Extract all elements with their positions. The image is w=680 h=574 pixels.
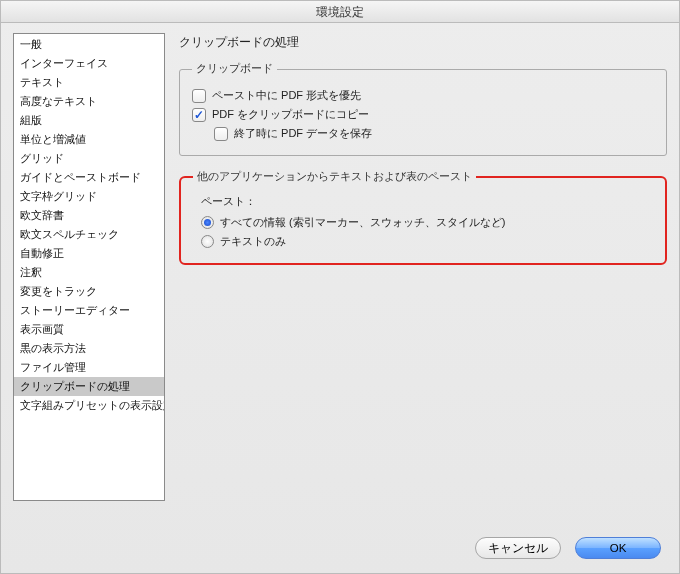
sidebar-item[interactable]: 一般 xyxy=(14,35,164,54)
main-panel: クリップボードの処理 クリップボード ペースト中に PDF 形式を優先 PDF … xyxy=(179,33,667,519)
copy-pdf-label: PDF をクリップボードにコピー xyxy=(212,107,369,122)
sidebar-item[interactable]: テキスト xyxy=(14,73,164,92)
dialog-title: 環境設定 xyxy=(1,1,679,23)
sidebar-item[interactable]: 文字枠グリッド xyxy=(14,187,164,206)
sidebar-item[interactable]: ガイドとペーストボード xyxy=(14,168,164,187)
sidebar-item[interactable]: インターフェイス xyxy=(14,54,164,73)
dialog-body: 一般インターフェイステキスト高度なテキスト組版単位と増減値グリッドガイドとペース… xyxy=(1,23,679,523)
prefer-pdf-checkbox[interactable] xyxy=(192,89,206,103)
category-sidebar: 一般インターフェイステキスト高度なテキスト組版単位と増減値グリッドガイドとペース… xyxy=(13,33,165,501)
paste-other-apps-group: 他のアプリケーションからテキストおよび表のペースト ペースト： すべての情報 (… xyxy=(179,170,667,265)
sidebar-item[interactable]: 黒の表示方法 xyxy=(14,339,164,358)
copy-pdf-checkbox[interactable] xyxy=(192,108,206,122)
cancel-button[interactable]: キャンセル xyxy=(475,537,561,559)
sidebar-item[interactable]: クリップボードの処理 xyxy=(14,377,164,396)
sidebar-item[interactable]: ファイル管理 xyxy=(14,358,164,377)
sidebar-item[interactable]: 変更をトラック xyxy=(14,282,164,301)
prefer-pdf-label: ペースト中に PDF 形式を優先 xyxy=(212,88,361,103)
paste-label: ペースト： xyxy=(201,194,653,209)
sidebar-item[interactable]: 表示画質 xyxy=(14,320,164,339)
preserve-pdf-row[interactable]: 終了時に PDF データを保存 xyxy=(214,126,654,141)
dialog-footer: キャンセル OK xyxy=(1,523,679,573)
sidebar-item[interactable]: 単位と増減値 xyxy=(14,130,164,149)
paste-all-row[interactable]: すべての情報 (索引マーカー、スウォッチ、スタイルなど) xyxy=(201,215,653,230)
sidebar-item[interactable]: 自動修正 xyxy=(14,244,164,263)
sidebar-item[interactable]: 組版 xyxy=(14,111,164,130)
panel-heading: クリップボードの処理 xyxy=(179,35,667,50)
sidebar-item[interactable]: ストーリーエディター xyxy=(14,301,164,320)
clipboard-legend: クリップボード xyxy=(192,62,277,76)
paste-text-row[interactable]: テキストのみ xyxy=(201,234,653,249)
sidebar-item[interactable]: 欧文スペルチェック xyxy=(14,225,164,244)
paste-text-radio[interactable] xyxy=(201,235,214,248)
sidebar-item[interactable]: 欧文辞書 xyxy=(14,206,164,225)
sidebar-item[interactable]: 文字組みプリセットの表示設定 xyxy=(14,396,164,415)
preferences-dialog: 環境設定 一般インターフェイステキスト高度なテキスト組版単位と増減値グリッドガイ… xyxy=(0,0,680,574)
clipboard-group: クリップボード ペースト中に PDF 形式を優先 PDF をクリップボードにコピ… xyxy=(179,62,667,156)
copy-pdf-row[interactable]: PDF をクリップボードにコピー xyxy=(192,107,654,122)
paste-all-label: すべての情報 (索引マーカー、スウォッチ、スタイルなど) xyxy=(220,215,505,230)
sidebar-item[interactable]: グリッド xyxy=(14,149,164,168)
paste-all-radio[interactable] xyxy=(201,216,214,229)
preserve-pdf-label: 終了時に PDF データを保存 xyxy=(234,126,372,141)
sidebar-item[interactable]: 高度なテキスト xyxy=(14,92,164,111)
sidebar-item[interactable]: 注釈 xyxy=(14,263,164,282)
ok-button[interactable]: OK xyxy=(575,537,661,559)
paste-text-label: テキストのみ xyxy=(220,234,286,249)
preserve-pdf-checkbox[interactable] xyxy=(214,127,228,141)
paste-other-legend: 他のアプリケーションからテキストおよび表のペースト xyxy=(193,170,476,184)
prefer-pdf-row[interactable]: ペースト中に PDF 形式を優先 xyxy=(192,88,654,103)
